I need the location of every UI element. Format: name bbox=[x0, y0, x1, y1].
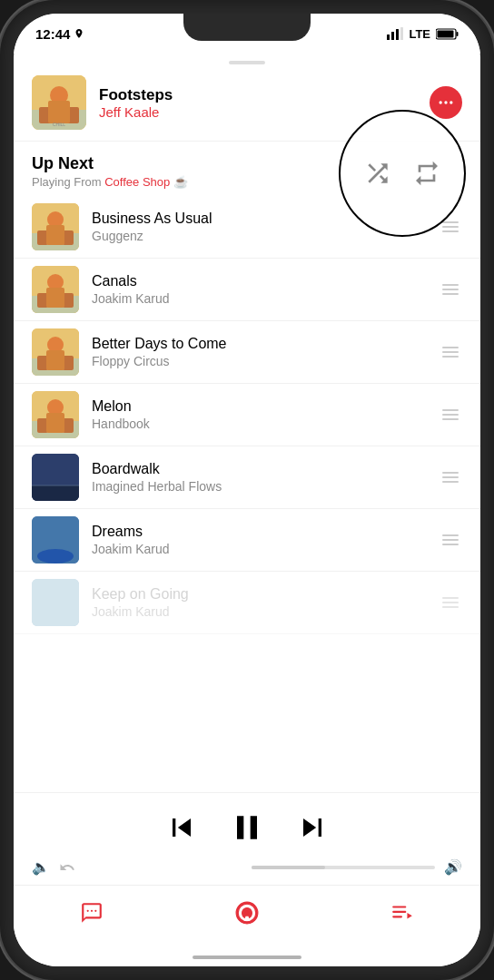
track-name: Canals bbox=[92, 273, 439, 289]
track-item[interactable]: Canals Joakim Karud bbox=[14, 259, 480, 321]
svg-marker-54 bbox=[408, 913, 412, 919]
svg-text:CHILL: CHILL bbox=[53, 122, 65, 127]
status-bar: 12:44 LTE bbox=[14, 14, 480, 54]
current-track-title: Footsteps bbox=[99, 86, 430, 104]
bottom-nav bbox=[14, 885, 480, 948]
location-icon bbox=[74, 28, 84, 39]
track-album-art bbox=[32, 516, 79, 564]
home-bar bbox=[193, 956, 301, 959]
shuffle-repeat-overlay bbox=[339, 110, 466, 237]
network-label: LTE bbox=[409, 27, 430, 41]
svg-point-15 bbox=[444, 101, 447, 103]
track-album-art bbox=[32, 328, 79, 376]
track-text: Keep on Going Joakim Karud bbox=[79, 586, 439, 619]
svg-rect-34 bbox=[46, 350, 64, 370]
svg-rect-49 bbox=[94, 909, 96, 911]
svg-rect-12 bbox=[48, 101, 70, 123]
svg-rect-0 bbox=[387, 34, 390, 40]
svg-rect-5 bbox=[457, 32, 459, 36]
track-artist: Joakim Karud bbox=[92, 542, 439, 556]
svg-point-14 bbox=[440, 101, 442, 103]
phone-frame: 12:44 LTE bbox=[0, 0, 494, 980]
track-name: Dreams bbox=[92, 524, 439, 540]
drag-handle-icon[interactable] bbox=[439, 593, 462, 612]
track-list: Business As Usual Guggenz bbox=[14, 196, 480, 792]
volume-max-icon: 🔊 bbox=[444, 858, 462, 876]
drag-handle-icon[interactable] bbox=[439, 531, 462, 549]
svg-point-45 bbox=[37, 549, 74, 564]
track-text: Canals Joakim Karud bbox=[79, 273, 439, 306]
volume-fill bbox=[252, 866, 325, 869]
svg-rect-28 bbox=[46, 288, 64, 308]
track-album-art bbox=[32, 266, 79, 313]
track-text: Boardwalk Imagined Herbal Flows bbox=[79, 461, 439, 494]
svg-rect-52 bbox=[392, 910, 406, 912]
track-artist: Joakim Karud bbox=[92, 604, 439, 619]
track-name: Boardwalk bbox=[92, 461, 439, 477]
svg-rect-53 bbox=[392, 916, 402, 917]
track-album-art bbox=[32, 454, 79, 501]
status-time: 12:44 bbox=[35, 26, 84, 42]
shuffle-button[interactable] bbox=[358, 153, 398, 193]
drag-handle-icon[interactable] bbox=[439, 406, 462, 424]
nav-queue[interactable] bbox=[390, 901, 414, 925]
track-artist: Joakim Karud bbox=[92, 291, 439, 306]
previous-button[interactable] bbox=[163, 809, 200, 846]
playlist-name: Coffee Shop ☕ bbox=[104, 175, 188, 189]
track-item[interactable]: Keep on Going Joakim Karud bbox=[14, 572, 480, 634]
track-item[interactable]: Better Days to Come Floppy Circus bbox=[14, 321, 480, 384]
track-item[interactable]: Dreams Joakim Karud bbox=[14, 509, 480, 572]
svg-rect-42 bbox=[32, 485, 79, 501]
nav-chat[interactable] bbox=[80, 901, 104, 925]
track-item[interactable]: Melon Handbook bbox=[14, 384, 480, 446]
track-item[interactable]: Boardwalk Imagined Herbal Flows bbox=[14, 446, 480, 509]
repeat-button[interactable] bbox=[407, 153, 447, 193]
playback-controls bbox=[14, 792, 480, 855]
svg-rect-3 bbox=[400, 27, 403, 40]
track-album-art bbox=[32, 579, 79, 626]
screen: 12:44 LTE bbox=[14, 14, 480, 966]
volume-bar[interactable] bbox=[252, 866, 435, 869]
time-display: 12:44 bbox=[35, 26, 70, 42]
track-name: Melon bbox=[92, 398, 439, 415]
drag-handle-icon[interactable] bbox=[439, 280, 462, 299]
drag-handle-icon[interactable] bbox=[439, 343, 462, 361]
track-album-art bbox=[32, 203, 79, 250]
more-options-button[interactable] bbox=[430, 86, 462, 119]
nav-podcasts[interactable] bbox=[235, 901, 259, 925]
current-album-art: CHILL bbox=[32, 75, 86, 130]
notch bbox=[183, 14, 311, 41]
track-artist: Handbook bbox=[92, 416, 439, 431]
track-artist: Imagined Herbal Flows bbox=[92, 479, 439, 494]
svg-point-16 bbox=[450, 101, 452, 103]
signal-icon bbox=[387, 27, 403, 40]
status-icons: LTE bbox=[387, 27, 459, 41]
svg-rect-47 bbox=[86, 909, 88, 911]
drag-handle bbox=[229, 61, 265, 64]
undo-icon[interactable] bbox=[59, 859, 75, 876]
volume-row: 🔈 🔊 bbox=[14, 855, 480, 885]
svg-rect-46 bbox=[32, 579, 79, 626]
track-name: Keep on Going bbox=[92, 586, 439, 603]
svg-rect-51 bbox=[392, 906, 406, 907]
track-text: Melon Handbook bbox=[79, 398, 439, 431]
drag-handle-icon[interactable] bbox=[439, 468, 462, 486]
volume-min-icon: 🔈 bbox=[32, 858, 50, 876]
svg-rect-2 bbox=[396, 29, 399, 40]
track-text: Better Days to Come Floppy Circus bbox=[79, 336, 439, 368]
home-indicator bbox=[14, 948, 480, 966]
svg-rect-6 bbox=[438, 30, 454, 37]
svg-rect-1 bbox=[391, 32, 394, 40]
next-button[interactable] bbox=[294, 809, 331, 846]
track-album-art bbox=[32, 391, 79, 438]
track-text: Dreams Joakim Karud bbox=[79, 524, 439, 556]
track-artist: Floppy Circus bbox=[92, 354, 439, 368]
svg-rect-48 bbox=[91, 909, 93, 911]
svg-rect-40 bbox=[46, 413, 64, 433]
battery-icon bbox=[436, 28, 459, 40]
pause-button[interactable] bbox=[227, 808, 267, 848]
svg-point-50 bbox=[244, 909, 251, 916]
track-name: Better Days to Come bbox=[92, 336, 439, 352]
svg-rect-22 bbox=[46, 225, 64, 245]
